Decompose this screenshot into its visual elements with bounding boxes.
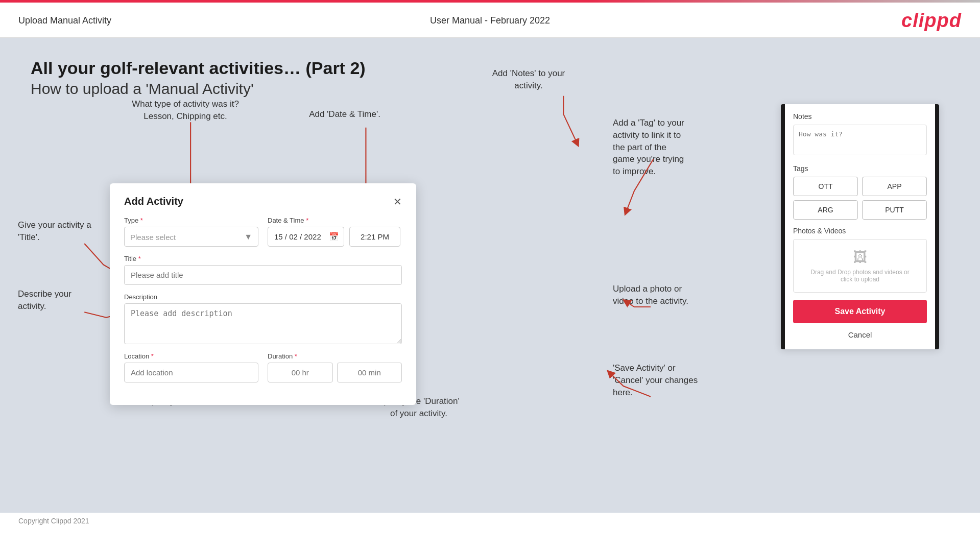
photos-drop-zone[interactable]: 🖼 Drag and Drop photos and videos or cli… xyxy=(793,239,927,293)
main-content: All your golf-relevant activities… (Part… xyxy=(0,38,980,513)
form-group-description: Description xyxy=(124,293,402,344)
annotation-date-time: Add 'Date & Time'. xyxy=(301,108,388,121)
type-select-wrapper: ▼ Please select xyxy=(124,227,258,247)
description-textarea[interactable] xyxy=(124,303,402,344)
manual-title: User Manual - February 2022 xyxy=(430,15,550,26)
add-activity-modal: Add Activity ✕ Type * ▼ Please select xyxy=(110,183,416,405)
datetime-label: Date & Time * xyxy=(268,217,402,224)
duration-label: Duration * xyxy=(268,352,402,360)
tags-label: Tags xyxy=(793,164,927,173)
type-label: Type * xyxy=(124,217,258,224)
title-input[interactable] xyxy=(124,265,402,285)
annotation-activity-type: What type of activity was it? Lesson, Ch… xyxy=(127,98,244,123)
date-input-wrap: 📅 xyxy=(268,227,344,247)
form-group-duration: Duration * xyxy=(268,352,402,382)
annotation-description: Describe your activity. xyxy=(18,288,100,313)
form-group-location: Location * xyxy=(124,352,258,382)
modal-title: Add Activity xyxy=(124,196,183,207)
form-row-title: Title * xyxy=(124,255,402,285)
description-label: Description xyxy=(124,293,402,301)
form-group-title: Title * xyxy=(124,255,402,285)
phone-panel: Notes Tags OTT APP ARG PUTT Photos & Vid… xyxy=(781,104,939,349)
annotation-photo: Upload a photo or video to the activity. xyxy=(613,283,735,307)
page-label: Upload Manual Activity xyxy=(18,15,111,26)
notes-label: Notes xyxy=(793,112,927,121)
tag-app[interactable]: APP xyxy=(862,177,927,196)
notes-textarea[interactable] xyxy=(793,125,927,155)
photos-label: Photos & Videos xyxy=(793,227,927,235)
location-label: Location * xyxy=(124,352,258,360)
clippd-logo: clippd xyxy=(901,10,962,31)
logo-area: clippd xyxy=(901,10,962,32)
date-time-row: 📅 xyxy=(268,227,402,247)
time-input[interactable] xyxy=(349,227,400,247)
modal-header: Add Activity ✕ xyxy=(124,196,402,207)
tags-grid: OTT APP ARG PUTT xyxy=(793,177,927,220)
tag-ott[interactable]: OTT xyxy=(793,177,858,196)
annotation-tag: Add a 'Tag' to your activity to link it … xyxy=(613,117,751,178)
form-row-location-duration: Location * Duration * xyxy=(124,352,402,382)
duration-inputs xyxy=(268,363,402,382)
annotation-save-cancel: 'Save Activity' or 'Cancel' your changes… xyxy=(613,362,751,398)
annotation-title: Give your activity a 'Title'. xyxy=(18,219,100,244)
photos-placeholder: Drag and Drop photos and videos or click… xyxy=(810,269,909,283)
copyright: Copyright Clippd 2021 xyxy=(18,517,89,525)
save-activity-button[interactable]: Save Activity xyxy=(793,300,927,323)
calendar-icon: 📅 xyxy=(329,232,339,242)
location-input[interactable] xyxy=(124,363,258,382)
modal-close-button[interactable]: ✕ xyxy=(393,197,402,207)
form-group-datetime: Date & Time * 📅 xyxy=(268,217,402,247)
footer: Copyright Clippd 2021 xyxy=(0,513,980,529)
form-group-type: Type * ▼ Please select xyxy=(124,217,258,247)
cancel-link[interactable]: Cancel xyxy=(793,328,927,341)
tag-arg[interactable]: ARG xyxy=(793,200,858,220)
annotation-notes: Add 'Notes' to your activity. xyxy=(475,67,582,92)
duration-hr-input[interactable] xyxy=(268,363,333,382)
type-select[interactable] xyxy=(124,227,258,247)
tag-putt[interactable]: PUTT xyxy=(862,200,927,220)
phone-inner: Notes Tags OTT APP ARG PUTT Photos & Vid… xyxy=(785,104,935,349)
top-bar: Upload Manual Activity User Manual - Feb… xyxy=(0,3,980,38)
title-label: Title * xyxy=(124,255,402,262)
photo-upload-icon: 🖼 xyxy=(853,249,867,266)
form-row-description: Description xyxy=(124,293,402,344)
form-row-type-date: Type * ▼ Please select Date & Time * xyxy=(124,217,402,247)
duration-min-input[interactable] xyxy=(337,363,402,382)
